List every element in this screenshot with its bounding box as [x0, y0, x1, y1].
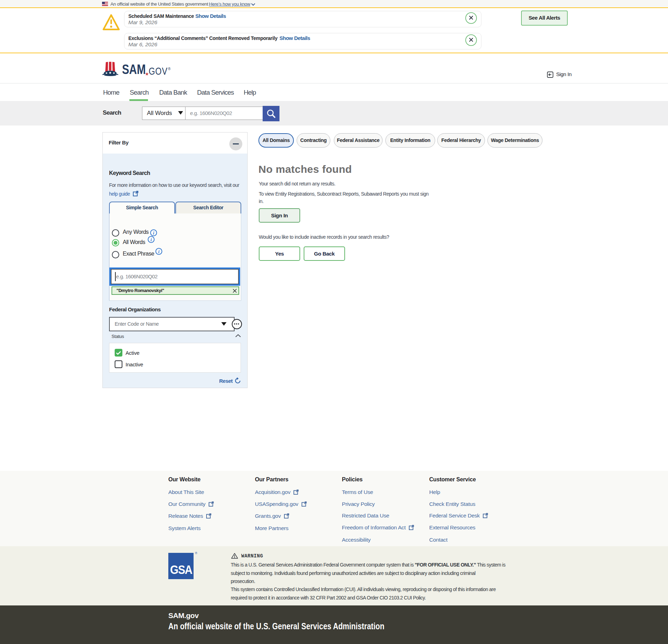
svg-text:i: i	[153, 230, 154, 236]
svg-text:i: i	[158, 249, 160, 254]
svg-text:i: i	[150, 237, 152, 242]
